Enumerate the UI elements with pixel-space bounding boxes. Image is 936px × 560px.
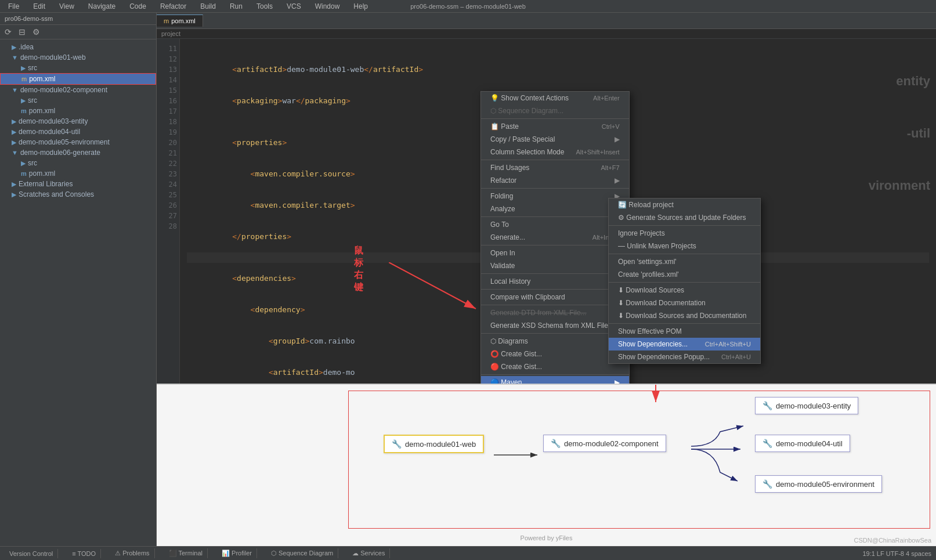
diagram-node-web[interactable]: 🔧 demo-module01-web xyxy=(384,435,484,453)
tree-label: External Libraries xyxy=(19,180,73,188)
diagram-node-environment[interactable]: 🔧 demo-module05-environment xyxy=(755,475,882,493)
tree-item-module03[interactable]: ▶ demo-module03-entity xyxy=(0,116,156,127)
side-label-entity: entity xyxy=(896,74,930,89)
ctx-create-gist1[interactable]: ⭕ Create Gist... xyxy=(481,348,629,360)
maven-gen-sources[interactable]: ⚙ Generate Sources and Update Folders xyxy=(609,211,760,224)
menu-refactor[interactable]: Refactor xyxy=(157,1,190,12)
tree-label: demo-module04-util xyxy=(19,128,80,136)
menu-window[interactable]: Window xyxy=(312,1,344,12)
ctx-validate[interactable]: Validate xyxy=(481,259,629,272)
folder-icon: ▶ xyxy=(12,191,16,198)
menu-view[interactable]: View xyxy=(56,1,78,12)
ctx-gen-xsd[interactable]: Generate XSD Schema from XML File... xyxy=(481,319,629,332)
toolbar-sync-btn[interactable]: ⟳ xyxy=(2,26,14,38)
diagram-node-entity[interactable]: 🔧 demo-module03-entity xyxy=(755,397,858,414)
menu-help[interactable]: Help xyxy=(350,1,371,12)
status-terminal[interactable]: ⬛ Terminal xyxy=(164,548,208,558)
ctx-label: Generate XSD Schema from XML File... xyxy=(490,321,614,330)
tree-item-module05[interactable]: ▶ demo-module05-environment xyxy=(0,137,156,147)
status-profiler[interactable]: 📊 Profiler xyxy=(217,548,257,558)
ctx-generate[interactable]: Generate... Alt+Insert xyxy=(481,231,629,244)
arrow-component-env xyxy=(691,443,749,490)
ctx-create-gist2[interactable]: 🔴 Create Gist... xyxy=(481,360,629,373)
ctx-column-selection[interactable]: Column Selection Mode Alt+Shift+Insert xyxy=(481,146,629,158)
ctx-label: Refactor xyxy=(490,176,516,185)
ctx-label: Analyze xyxy=(490,205,515,213)
maven-ignore[interactable]: Ignore Projects xyxy=(609,227,760,240)
tree-item-module06[interactable]: ▼ demo-module06-generate xyxy=(0,147,156,158)
menu-vcs[interactable]: VCS xyxy=(283,1,305,12)
tree-item-pom-selected[interactable]: m pom.xml xyxy=(0,73,156,85)
ctx-show-context-actions[interactable]: 💡 Show Context Actions Alt+Enter xyxy=(481,92,629,104)
ctx-diagrams[interactable]: ⬡ Diagrams ▶ xyxy=(481,335,629,348)
menu-code[interactable]: Code xyxy=(126,1,150,12)
ctx-folding[interactable]: Folding ▶ xyxy=(481,190,629,203)
maven-download-docs[interactable]: ⬇ Download Documentation xyxy=(609,297,760,309)
tree-item-scratches[interactable]: ▶ Scratches and Consoles xyxy=(0,189,156,200)
menu-file[interactable]: File xyxy=(5,1,23,12)
tree-item-src3[interactable]: ▶ src xyxy=(0,158,156,168)
maven-create-profiles[interactable]: Create 'profiles.xml' xyxy=(609,268,760,281)
tree-item-src2[interactable]: ▶ src xyxy=(0,95,156,106)
tree-item-pom2[interactable]: m pom.xml xyxy=(0,106,156,116)
status-problems[interactable]: ⚠ Problems xyxy=(110,548,155,558)
ctx-gen-dtd[interactable]: Generate DTD from XML File... xyxy=(481,306,629,319)
ctx-copy-paste-special[interactable]: Copy / Paste Special ▶ xyxy=(481,133,629,146)
maven-unlink[interactable]: — Unlink Maven Projects xyxy=(609,240,760,252)
maven-shortcut: Ctrl+Alt+Shift+U xyxy=(705,341,751,348)
tab-pom-xml[interactable]: m pom.xml xyxy=(157,15,203,27)
ctx-label: Find Usages xyxy=(490,164,529,172)
maven-show-deps-popup[interactable]: Show Dependencies Popup... Ctrl+Alt+U xyxy=(609,351,760,363)
menu-tools[interactable]: Tools xyxy=(253,1,276,12)
ctx-sequence-diagram: ⬡ Sequence Diagram... xyxy=(481,104,629,117)
maven-download-sources[interactable]: ⬇ Download Sources xyxy=(609,284,760,297)
ctx-goto[interactable]: Go To ▶ xyxy=(481,218,629,231)
folder-icon: ▶ xyxy=(21,160,26,167)
ctx-sep4 xyxy=(481,216,629,217)
folder-icon: ▼ xyxy=(12,54,18,61)
ctx-open-in[interactable]: Open In ▶ xyxy=(481,247,629,259)
ctx-maven[interactable]: 🔵 Maven ▶ xyxy=(481,376,629,384)
svg-line-1 xyxy=(389,262,476,309)
ctx-paste[interactable]: 📋 Paste Ctrl+V xyxy=(481,120,629,133)
ctx-find-usages[interactable]: Find Usages Alt+F7 xyxy=(481,161,629,174)
maven-show-effective[interactable]: Show Effective POM xyxy=(609,325,760,338)
ctx-compare-clipboard[interactable]: Compare with Clipboard xyxy=(481,291,629,304)
menu-build[interactable]: Build xyxy=(197,1,219,12)
menu-run[interactable]: Run xyxy=(226,1,246,12)
maven-reload[interactable]: 🔄 Reload project xyxy=(609,198,760,211)
tree-item-module01-web[interactable]: ▼ demo-module01-web xyxy=(0,52,156,63)
tree-item-pom3[interactable]: m pom.xml xyxy=(0,168,156,179)
editor-content[interactable]: 1112131415 1617181920 2122232425 262728 … xyxy=(157,39,936,384)
editor-tabs: m pom.xml xyxy=(157,13,936,29)
ctx-refactor[interactable]: Refactor ▶ xyxy=(481,174,629,187)
ctx-label: ⭕ Create Gist... xyxy=(490,350,542,358)
diagram-node-util[interactable]: 🔧 demo-module04-util xyxy=(755,435,850,452)
ctx-analyze[interactable]: Analyze ▶ xyxy=(481,203,629,215)
tree-item-idea[interactable]: ▶ .idea xyxy=(0,42,156,52)
diagram-node-component[interactable]: 🔧 demo-module02-component xyxy=(543,435,666,452)
status-sequence-diagram[interactable]: ⬡ Sequence Diagram xyxy=(266,548,338,558)
tree-item-external[interactable]: ▶ External Libraries xyxy=(0,179,156,189)
tree-item-module04[interactable]: ▶ demo-module04-util xyxy=(0,127,156,137)
ctx-label: Open In xyxy=(490,249,515,257)
menu-edit[interactable]: Edit xyxy=(30,1,49,12)
maven-label: Create 'profiles.xml' xyxy=(618,270,679,279)
statusbar: Version Control ≡ TODO ⚠ Problems ⬛ Term… xyxy=(0,546,936,560)
maven-show-dependencies[interactable]: Show Dependencies... Ctrl+Alt+Shift+U xyxy=(609,338,760,351)
maven-download-both[interactable]: ⬇ Download Sources and Documentation xyxy=(609,309,760,322)
status-version-control[interactable]: Version Control xyxy=(5,549,58,558)
tree-label: .idea xyxy=(19,43,34,51)
tree-item-src[interactable]: ▶ src xyxy=(0,63,156,73)
menu-navigate[interactable]: Navigate xyxy=(85,1,119,12)
ctx-local-history[interactable]: Local History ▶ xyxy=(481,275,629,288)
tree-item-module02[interactable]: ▼ demo-module02-component xyxy=(0,85,156,95)
ctx-label: Generate... xyxy=(490,233,525,241)
ctx-sep1 xyxy=(481,118,629,119)
line-numbers: 1112131415 1617181920 2122232425 262728 xyxy=(157,39,180,384)
maven-open-settings[interactable]: Open 'settings.xml' xyxy=(609,255,760,268)
status-services[interactable]: ☁ Services xyxy=(348,548,390,558)
status-todo[interactable]: ≡ TODO xyxy=(67,549,101,558)
toolbar-settings-btn[interactable]: ⚙ xyxy=(30,26,42,38)
toolbar-collapse-btn[interactable]: ⊟ xyxy=(16,26,28,38)
